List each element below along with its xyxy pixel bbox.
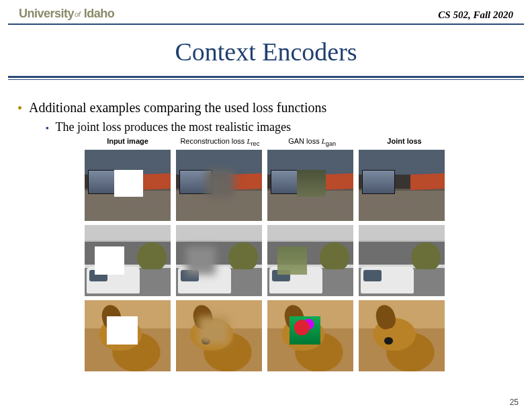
- col-header-joint: Joint loss: [361, 137, 447, 147]
- slide: Universityof Idaho CS 502, Fall 2020 Con…: [0, 0, 532, 411]
- slide-title: Context Encoders: [0, 25, 532, 76]
- img-r3-recon: [176, 300, 262, 371]
- column-headers: Input image Reconstruction loss Lrec GAN…: [85, 137, 447, 147]
- img-r1-input: [85, 150, 171, 221]
- col-header-reconstruction: Reconstruction loss Lrec: [177, 137, 263, 147]
- img-r2-joint: [359, 225, 445, 296]
- slide-body: Additional examples comparing the used l…: [0, 80, 532, 371]
- logo-of: of: [75, 10, 80, 18]
- logo-prefix: University: [19, 7, 74, 20]
- university-logo: Universityof Idaho: [19, 7, 114, 21]
- img-r1-joint: [359, 150, 445, 221]
- slide-number: 25: [510, 398, 519, 407]
- col-header-input: Input image: [85, 137, 171, 147]
- img-r1-gan: [267, 150, 353, 221]
- example-grid: [85, 150, 447, 371]
- img-r2-recon: [176, 225, 262, 296]
- col-header-gan: GAN loss Lgan: [269, 137, 355, 147]
- example-grid-container: Input image Reconstruction loss Lrec GAN…: [85, 137, 447, 371]
- img-r3-joint: [359, 300, 445, 371]
- bullet-sub: The joint loss produces the most realist…: [46, 120, 515, 134]
- img-r2-gan: [267, 225, 353, 296]
- bullet-main: Additional examples comparing the used l…: [17, 100, 515, 134]
- img-r3-input: [85, 300, 171, 371]
- img-r3-gan: [267, 300, 353, 371]
- course-label: CS 502, Fall 2020: [438, 9, 513, 21]
- img-r2-input: [85, 225, 171, 296]
- img-r1-recon: [176, 150, 262, 221]
- slide-header: Universityof Idaho CS 502, Fall 2020: [0, 0, 532, 24]
- logo-suffix: Idaho: [81, 7, 114, 20]
